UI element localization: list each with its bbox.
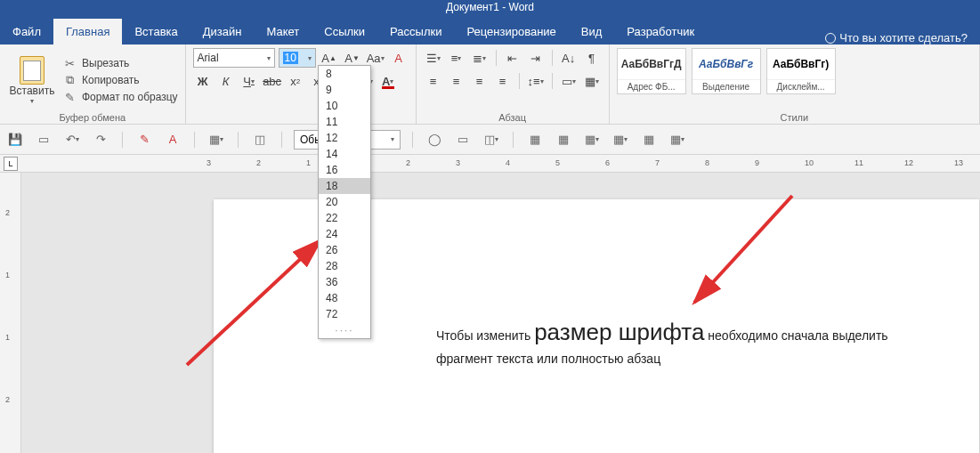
tab-view[interactable]: Вид (569, 19, 615, 44)
tab-references[interactable]: Ссылки (312, 19, 377, 44)
clipboard-icon (20, 56, 45, 85)
qat-button[interactable]: A (163, 130, 182, 150)
brush-icon: ✎ (62, 90, 77, 104)
bullets-button[interactable]: ☰▾ (424, 48, 443, 68)
qat-button[interactable]: ◯ (425, 130, 444, 150)
chevron-down-icon: ▾ (263, 54, 271, 62)
qat-button[interactable]: ✎ (134, 130, 154, 150)
font-size-option[interactable]: 14 (319, 146, 370, 162)
style-item[interactable]: АаБбВвГг)Дисклейм... (766, 48, 836, 94)
show-marks-button[interactable]: ¶ (582, 48, 602, 68)
document-area: 2112 Чтобы изменить размер шрифта необхо… (0, 173, 980, 453)
font-size-option[interactable]: 36 (319, 274, 370, 290)
qat-button[interactable]: ▦▾ (207, 130, 226, 150)
font-size-option[interactable]: 11 (319, 114, 370, 130)
copy-button[interactable]: ⧉Копировать (62, 73, 178, 87)
borders-button[interactable]: ▦▾ (582, 71, 602, 91)
ribbon: Вставить ▾ ✂Вырезать ⧉Копировать ✎Формат… (0, 44, 980, 125)
bold-button[interactable]: Ж (193, 71, 213, 91)
font-size-option[interactable]: 24 (319, 226, 370, 242)
font-size-option[interactable]: 48 (319, 290, 370, 306)
title-bar: Документ1 - Word (0, 0, 980, 16)
font-name-combo[interactable]: Arial▾ (193, 48, 275, 68)
qat-button[interactable]: ◫ (250, 130, 270, 150)
qat-button[interactable]: ▭ (453, 130, 473, 150)
tab-design[interactable]: Дизайн (190, 19, 255, 44)
font-size-option[interactable]: 12 (319, 130, 370, 146)
svg-line-0 (187, 240, 320, 365)
font-size-option[interactable]: 22 (319, 210, 370, 226)
font-size-option[interactable]: 8 (319, 66, 370, 82)
font-size-option[interactable]: 20 (319, 194, 370, 210)
undo-button[interactable]: ↶▾ (62, 130, 82, 150)
tab-mailings[interactable]: Рассылки (377, 19, 454, 44)
save-button[interactable]: 💾 (5, 130, 25, 150)
line-spacing-button[interactable]: ↕≡▾ (526, 71, 546, 91)
ruler-area: L 32112345678910111213 (0, 155, 980, 173)
shading-button[interactable]: ▭▾ (559, 71, 579, 91)
multilevel-button[interactable]: ≣▾ (470, 48, 490, 68)
qat-button[interactable]: ▦▾ (582, 130, 602, 150)
decrease-indent-button[interactable]: ⇤ (503, 48, 522, 68)
group-clipboard: Вставить ▾ ✂Вырезать ⧉Копировать ✎Формат… (0, 44, 186, 125)
horizontal-ruler[interactable]: 32112345678910111213 (28, 155, 980, 173)
tab-selector[interactable]: L (4, 157, 18, 171)
subscript-button[interactable]: x2 (286, 71, 305, 91)
style-item[interactable]: АаБбВвГгДАдрес ФБ... (617, 48, 686, 94)
style-item[interactable]: АаБбВвГгВыделение (692, 48, 761, 94)
qat-button[interactable]: ▦▾ (611, 130, 630, 150)
qat-button[interactable]: ▦ (525, 130, 545, 150)
chevron-down-icon: ▾ (304, 54, 312, 62)
tab-home[interactable]: Главная (53, 19, 122, 44)
redo-button[interactable]: ↷ (91, 130, 110, 150)
strikethrough-button[interactable]: abc (263, 71, 282, 91)
sort-button[interactable]: A↓ (559, 48, 579, 68)
tab-layout[interactable]: Макет (254, 19, 312, 44)
group-label: Абзац (424, 112, 602, 125)
vertical-ruler[interactable]: 2112 (0, 173, 21, 453)
align-right-button[interactable]: ≡ (470, 71, 490, 91)
font-size-option[interactable]: 18 (319, 178, 370, 194)
font-size-option[interactable]: 10 (319, 98, 370, 114)
underline-button[interactable]: Ч▾ (239, 71, 259, 91)
italic-button[interactable]: К (216, 71, 236, 91)
group-paragraph: ☰▾ ≡▾ ≣▾ ⇤ ⇥ A↓ ¶ ≡ ≡ ≡ ≡ ↕≡▾ (417, 44, 610, 125)
tab-developer[interactable]: Разработчик (614, 19, 707, 44)
qat-button[interactable]: ▦ (639, 130, 659, 150)
chevron-down-icon: ▾ (30, 97, 34, 105)
qat-button[interactable]: ◫▾ (482, 130, 501, 150)
group-label: Буфер обмена (7, 112, 178, 125)
tell-me-search[interactable]: Что вы хотите сделать? (813, 31, 980, 44)
font-size-dropdown: 891011121416182022242628364872···· (318, 65, 371, 339)
align-left-button[interactable]: ≡ (424, 71, 443, 91)
tab-review[interactable]: Рецензирование (454, 19, 568, 44)
clear-formatting-button[interactable]: A (389, 48, 409, 68)
font-size-option[interactable]: 16 (319, 162, 370, 178)
justify-button[interactable]: ≡ (493, 71, 513, 91)
ribbon-tabs: Файл Главная Вставка Дизайн Макет Ссылки… (0, 16, 980, 44)
cut-button[interactable]: ✂Вырезать (62, 56, 178, 70)
qat-button[interactable]: ▭ (34, 130, 53, 150)
font-size-option[interactable]: 26 (319, 242, 370, 258)
numbering-button[interactable]: ≡▾ (447, 48, 466, 68)
group-label: Стили (617, 112, 972, 125)
font-size-option[interactable]: 9 (319, 82, 370, 98)
align-center-button[interactable]: ≡ (447, 71, 466, 91)
font-size-option[interactable]: 72 (319, 306, 370, 322)
qat-button[interactable]: ▦ (554, 130, 573, 150)
annotation-arrow (178, 178, 338, 374)
copy-icon: ⧉ (62, 73, 77, 87)
group-label (193, 112, 409, 125)
scissors-icon: ✂ (62, 56, 77, 70)
font-size-option[interactable]: 28 (319, 258, 370, 274)
tab-insert[interactable]: Вставка (122, 19, 190, 44)
group-styles: АаБбВвГгДАдрес ФБ... АаБбВвГгВыделение А… (610, 44, 980, 125)
paste-button[interactable]: Вставить ▾ (7, 48, 57, 112)
format-painter-button[interactable]: ✎Формат по образцу (62, 90, 178, 104)
font-size-combo[interactable]: 10▾ (279, 48, 316, 68)
tab-file[interactable]: Файл (0, 19, 53, 44)
font-color-button[interactable]: A▾ (378, 71, 398, 91)
svg-line-1 (694, 196, 792, 303)
increase-indent-button[interactable]: ⇥ (526, 48, 546, 68)
qat-button[interactable]: ▦▾ (668, 130, 687, 150)
